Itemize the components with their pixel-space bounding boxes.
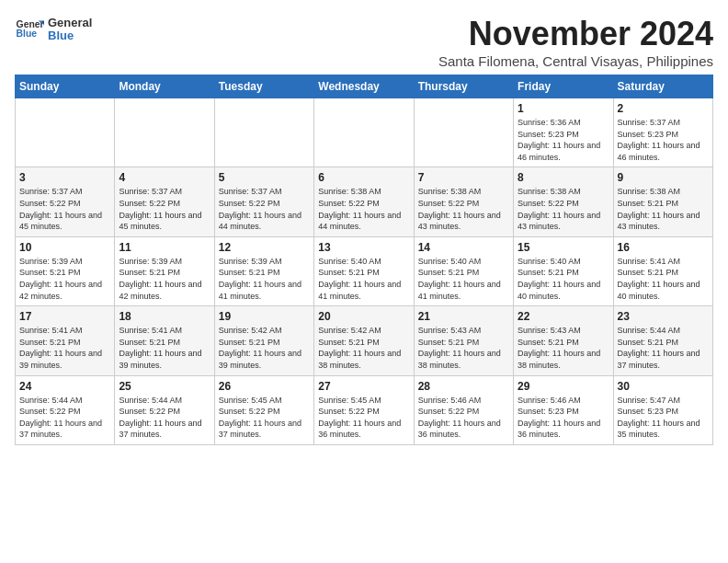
day-number: 13	[318, 241, 409, 254]
calendar-cell: 19Sunrise: 5:42 AM Sunset: 5:21 PM Dayli…	[214, 306, 313, 375]
day-number: 22	[518, 310, 609, 323]
calendar-cell: 28Sunrise: 5:46 AM Sunset: 5:22 PM Dayli…	[414, 375, 513, 444]
location-title: Santa Filomena, Central Visayas, Philipp…	[438, 53, 713, 69]
calendar-cell: 3Sunrise: 5:37 AM Sunset: 5:22 PM Daylig…	[16, 167, 115, 236]
calendar-week-row: 17Sunrise: 5:41 AM Sunset: 5:21 PM Dayli…	[16, 306, 713, 375]
day-info: Sunrise: 5:42 AM Sunset: 5:21 PM Dayligh…	[318, 325, 409, 371]
month-title: November 2024	[438, 15, 713, 53]
calendar-cell: 14Sunrise: 5:40 AM Sunset: 5:21 PM Dayli…	[414, 236, 513, 305]
weekday-header: Sunday	[16, 75, 115, 98]
logo-icon: General Blue	[15, 15, 44, 44]
day-number: 17	[19, 310, 110, 323]
calendar-cell: 8Sunrise: 5:38 AM Sunset: 5:22 PM Daylig…	[514, 167, 613, 236]
title-block: November 2024 Santa Filomena, Central Vi…	[438, 15, 713, 69]
calendar-cell: 25Sunrise: 5:44 AM Sunset: 5:22 PM Dayli…	[115, 375, 214, 444]
day-info: Sunrise: 5:37 AM Sunset: 5:22 PM Dayligh…	[19, 186, 110, 232]
day-info: Sunrise: 5:38 AM Sunset: 5:22 PM Dayligh…	[418, 186, 509, 232]
calendar-week-row: 3Sunrise: 5:37 AM Sunset: 5:22 PM Daylig…	[16, 167, 713, 236]
day-number: 5	[219, 171, 310, 184]
day-number: 3	[19, 171, 110, 184]
day-info: Sunrise: 5:44 AM Sunset: 5:21 PM Dayligh…	[618, 325, 709, 371]
day-info: Sunrise: 5:38 AM Sunset: 5:21 PM Dayligh…	[618, 186, 709, 232]
calendar-body: 1Sunrise: 5:36 AM Sunset: 5:23 PM Daylig…	[16, 98, 713, 445]
day-number: 19	[219, 310, 310, 323]
calendar-cell: 7Sunrise: 5:38 AM Sunset: 5:22 PM Daylig…	[414, 167, 513, 236]
calendar-cell	[16, 98, 115, 167]
day-info: Sunrise: 5:40 AM Sunset: 5:21 PM Dayligh…	[318, 256, 409, 302]
calendar-cell	[414, 98, 513, 167]
page-header: General Blue General Blue November 2024 …	[15, 15, 713, 69]
logo-blue: Blue	[48, 29, 92, 42]
day-number: 4	[119, 171, 210, 184]
day-number: 28	[418, 380, 509, 393]
day-info: Sunrise: 5:41 AM Sunset: 5:21 PM Dayligh…	[119, 325, 210, 371]
calendar-cell: 1Sunrise: 5:36 AM Sunset: 5:23 PM Daylig…	[514, 98, 613, 167]
calendar-week-row: 24Sunrise: 5:44 AM Sunset: 5:22 PM Dayli…	[16, 375, 713, 444]
calendar-cell: 11Sunrise: 5:39 AM Sunset: 5:21 PM Dayli…	[115, 236, 214, 305]
calendar-cell: 30Sunrise: 5:47 AM Sunset: 5:23 PM Dayli…	[613, 375, 712, 444]
day-number: 23	[618, 310, 709, 323]
weekday-header: Thursday	[414, 75, 513, 98]
day-number: 9	[618, 171, 709, 184]
calendar-cell: 9Sunrise: 5:38 AM Sunset: 5:21 PM Daylig…	[613, 167, 712, 236]
day-info: Sunrise: 5:43 AM Sunset: 5:21 PM Dayligh…	[518, 325, 609, 371]
day-info: Sunrise: 5:37 AM Sunset: 5:22 PM Dayligh…	[119, 186, 210, 232]
weekday-header: Monday	[115, 75, 214, 98]
weekday-row: SundayMondayTuesdayWednesdayThursdayFrid…	[16, 75, 713, 98]
day-number: 20	[318, 310, 409, 323]
calendar-cell	[115, 98, 214, 167]
day-number: 10	[19, 241, 110, 254]
day-number: 21	[418, 310, 509, 323]
day-info: Sunrise: 5:39 AM Sunset: 5:21 PM Dayligh…	[19, 256, 110, 302]
day-info: Sunrise: 5:45 AM Sunset: 5:22 PM Dayligh…	[318, 395, 409, 441]
calendar-cell: 24Sunrise: 5:44 AM Sunset: 5:22 PM Dayli…	[16, 375, 115, 444]
calendar-cell: 5Sunrise: 5:37 AM Sunset: 5:22 PM Daylig…	[214, 167, 313, 236]
day-info: Sunrise: 5:38 AM Sunset: 5:22 PM Dayligh…	[518, 186, 609, 232]
calendar-header: SundayMondayTuesdayWednesdayThursdayFrid…	[16, 75, 713, 98]
day-info: Sunrise: 5:41 AM Sunset: 5:21 PM Dayligh…	[618, 256, 709, 302]
calendar-cell: 10Sunrise: 5:39 AM Sunset: 5:21 PM Dayli…	[16, 236, 115, 305]
logo-text: General Blue	[48, 17, 92, 43]
calendar-cell: 21Sunrise: 5:43 AM Sunset: 5:21 PM Dayli…	[414, 306, 513, 375]
calendar-table: SundayMondayTuesdayWednesdayThursdayFrid…	[15, 75, 713, 445]
day-number: 18	[119, 310, 210, 323]
day-info: Sunrise: 5:38 AM Sunset: 5:22 PM Dayligh…	[318, 186, 409, 232]
day-number: 16	[618, 241, 709, 254]
weekday-header: Tuesday	[214, 75, 313, 98]
day-info: Sunrise: 5:43 AM Sunset: 5:21 PM Dayligh…	[418, 325, 509, 371]
calendar-week-row: 1Sunrise: 5:36 AM Sunset: 5:23 PM Daylig…	[16, 98, 713, 167]
day-number: 7	[418, 171, 509, 184]
day-info: Sunrise: 5:42 AM Sunset: 5:21 PM Dayligh…	[219, 325, 310, 371]
day-number: 11	[119, 241, 210, 254]
calendar-cell: 20Sunrise: 5:42 AM Sunset: 5:21 PM Dayli…	[314, 306, 414, 375]
day-info: Sunrise: 5:39 AM Sunset: 5:21 PM Dayligh…	[119, 256, 210, 302]
day-number: 2	[618, 102, 709, 115]
calendar-cell: 22Sunrise: 5:43 AM Sunset: 5:21 PM Dayli…	[514, 306, 613, 375]
calendar-cell	[314, 98, 414, 167]
day-info: Sunrise: 5:44 AM Sunset: 5:22 PM Dayligh…	[19, 395, 110, 441]
calendar-cell: 23Sunrise: 5:44 AM Sunset: 5:21 PM Dayli…	[613, 306, 712, 375]
calendar-cell: 29Sunrise: 5:46 AM Sunset: 5:23 PM Dayli…	[514, 375, 613, 444]
calendar-cell: 27Sunrise: 5:45 AM Sunset: 5:22 PM Dayli…	[314, 375, 414, 444]
weekday-header: Saturday	[613, 75, 712, 98]
weekday-header: Friday	[514, 75, 613, 98]
calendar-cell: 17Sunrise: 5:41 AM Sunset: 5:21 PM Dayli…	[16, 306, 115, 375]
day-number: 15	[518, 241, 609, 254]
calendar-cell	[214, 98, 313, 167]
day-number: 1	[518, 102, 609, 115]
logo: General Blue General Blue	[15, 15, 92, 44]
day-number: 6	[318, 171, 409, 184]
day-number: 25	[119, 380, 210, 393]
calendar-cell: 4Sunrise: 5:37 AM Sunset: 5:22 PM Daylig…	[115, 167, 214, 236]
day-info: Sunrise: 5:46 AM Sunset: 5:22 PM Dayligh…	[418, 395, 509, 441]
calendar-cell: 2Sunrise: 5:37 AM Sunset: 5:23 PM Daylig…	[613, 98, 712, 167]
day-info: Sunrise: 5:41 AM Sunset: 5:21 PM Dayligh…	[19, 325, 110, 371]
day-info: Sunrise: 5:40 AM Sunset: 5:21 PM Dayligh…	[518, 256, 609, 302]
day-info: Sunrise: 5:37 AM Sunset: 5:23 PM Dayligh…	[618, 117, 709, 163]
day-info: Sunrise: 5:40 AM Sunset: 5:21 PM Dayligh…	[418, 256, 509, 302]
day-number: 29	[518, 380, 609, 393]
calendar-cell: 6Sunrise: 5:38 AM Sunset: 5:22 PM Daylig…	[314, 167, 414, 236]
day-number: 27	[318, 380, 409, 393]
day-number: 8	[518, 171, 609, 184]
day-info: Sunrise: 5:45 AM Sunset: 5:22 PM Dayligh…	[219, 395, 310, 441]
